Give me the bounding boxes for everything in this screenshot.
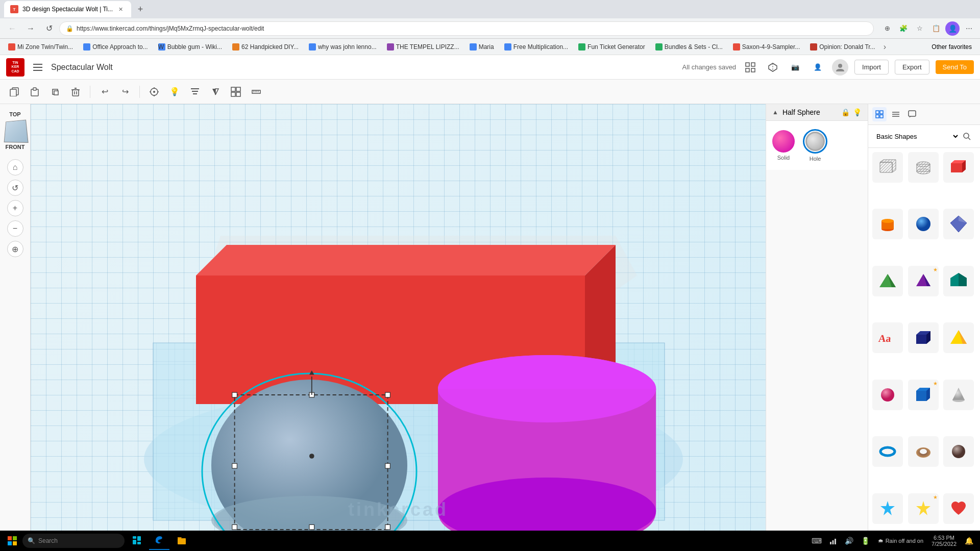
flip-button[interactable]	[207, 84, 224, 100]
shape-item-blue-box-star[interactable]: ★	[908, 380, 939, 410]
collections-icon[interactable]: 📋	[929, 21, 943, 36]
bookmark-bundles[interactable]: Bundles & Sets - Cl...	[651, 42, 727, 52]
taskbar-app-explorer[interactable]	[172, 532, 192, 550]
shape-item-blue-torus[interactable]	[872, 436, 903, 467]
clock[interactable]: 6:53 PM 7/25/2022	[928, 535, 960, 547]
account-icon[interactable]: 👤	[945, 21, 960, 36]
canvas-area[interactable]: tinkercad Edit Grid Snap Grid 1.0 mm ▾	[31, 104, 766, 551]
profile-menu-icon[interactable]: ⊕	[880, 21, 894, 36]
solid-material-circle[interactable]	[772, 130, 795, 153]
bookmark-bubblegum[interactable]: W Bubble gum - Wiki...	[154, 42, 226, 52]
zoom-out-button[interactable]: −	[7, 220, 23, 237]
zoom-in-button[interactable]: +	[7, 200, 23, 216]
ruler-button[interactable]	[248, 84, 264, 100]
shape-item-teal-prism[interactable]	[943, 266, 974, 296]
address-bar[interactable]: 🔒 https://www.tinkercad.com/things/jMq5M…	[59, 21, 874, 36]
settings-icon[interactable]: ⋯	[962, 21, 976, 36]
shape-item-yellow-star[interactable]: ★	[908, 493, 939, 524]
tinkercad-logo[interactable]: TINKERCAD	[6, 58, 24, 77]
undo-button[interactable]: ↩	[96, 84, 113, 100]
shape-item-orange-cylinder[interactable]	[872, 209, 903, 239]
bookmark-lennon[interactable]: why was john lenno...	[305, 42, 381, 52]
taskbar-app-widgets[interactable]	[127, 532, 147, 550]
hole-material-circle[interactable]	[805, 132, 825, 151]
rotate-left-button[interactable]: ↺	[7, 180, 23, 196]
refresh-button[interactable]: ↺	[41, 20, 57, 37]
panel-collapse[interactable]: ▲ Half Sphere 🔒 💡	[766, 104, 868, 121]
bookmark-maria[interactable]: Maria	[465, 42, 498, 52]
active-tab[interactable]: T 3D design Spectacular Wolt | Ti... ✕	[4, 1, 131, 17]
taskbar-app-edge[interactable]	[149, 532, 169, 550]
bookmark-tempel[interactable]: THE TEMPEL LIPIZZ...	[383, 42, 463, 52]
shape-item-yellow-pyramid[interactable]	[943, 322, 974, 353]
hamburger-menu[interactable]	[31, 60, 45, 74]
shape-item-blue-star[interactable]	[872, 493, 903, 524]
shape-item-gray-cone[interactable]	[943, 380, 974, 410]
bookmark-office[interactable]: Office Approach to...	[79, 42, 152, 52]
shapes-category-select[interactable]: Basic Shapes	[874, 132, 960, 141]
shape-item-dark-cube[interactable]	[908, 322, 939, 353]
copy-button[interactable]	[6, 84, 22, 100]
start-button[interactable]	[4, 533, 20, 549]
other-favorites[interactable]: Other favorites	[927, 42, 976, 52]
speaker-icon[interactable]: 🔊	[842, 534, 856, 548]
shape-item-blue-sphere[interactable]	[908, 209, 939, 239]
bookmark-funticket[interactable]: Fun Ticket Generator	[574, 42, 649, 52]
inspect-button[interactable]	[146, 84, 162, 100]
export-button[interactable]: Export	[895, 60, 929, 74]
keyboard-icon[interactable]: ⌨	[810, 534, 824, 548]
shape-item-striped-box[interactable]	[872, 152, 903, 183]
user-avatar[interactable]	[832, 59, 848, 76]
forward-button[interactable]: →	[22, 20, 39, 37]
hole-option[interactable]: Hole	[803, 129, 827, 162]
extensions-icon[interactable]: 🧩	[896, 21, 911, 36]
tab-close-button[interactable]: ✕	[117, 5, 125, 13]
grid-view-btn[interactable]	[872, 107, 887, 121]
bookmarks-overflow[interactable]: ›	[884, 42, 886, 52]
notification-icon[interactable]: 🔔	[962, 534, 976, 548]
favorites-icon[interactable]: ☆	[913, 21, 927, 36]
shape-item-red-box[interactable]	[943, 152, 974, 183]
shape-item-striped-cylinder[interactable]	[908, 152, 939, 183]
light-button[interactable]: 💡	[166, 84, 183, 100]
bookmark-handpicked[interactable]: 62 Handpicked DIY...	[228, 42, 303, 52]
view-cube[interactable]: TOP FRONT	[3, 110, 28, 151]
bookmark-saxon[interactable]: Saxon-4-9-Sampler...	[729, 42, 804, 52]
shape-item-brown-donut[interactable]	[908, 436, 939, 467]
lock-icon[interactable]: 🔒	[841, 108, 850, 116]
user-menu-icon[interactable]: 👤	[810, 59, 826, 76]
redo-button[interactable]: ↪	[117, 84, 133, 100]
battery-icon[interactable]: 🔋	[859, 534, 873, 548]
grid-view-icon[interactable]	[742, 59, 758, 76]
network-icon[interactable]	[826, 534, 840, 548]
home-view-button[interactable]: ⌂	[7, 159, 23, 176]
chat-btn[interactable]	[905, 107, 919, 121]
paste-button[interactable]	[27, 84, 43, 100]
align-button[interactable]	[187, 84, 203, 100]
weather-widget[interactable]: 🌧 Rain off and on	[875, 538, 926, 544]
bookmark-mizone[interactable]: Mi Zone Twin/Twin...	[4, 42, 77, 52]
shape-item-brown-sphere[interactable]	[943, 436, 974, 467]
shape-item-blue-gem[interactable]	[943, 209, 974, 239]
bookmark-multiplication[interactable]: Free Multiplication...	[500, 42, 572, 52]
delete-button[interactable]	[67, 84, 84, 100]
shape-item-red-heart[interactable]	[943, 493, 974, 524]
bookmark-opinion[interactable]: Opinion: Donald Tr...	[806, 42, 879, 52]
shape-item-text[interactable]: Aa	[872, 322, 903, 353]
duplicate-button[interactable]	[47, 84, 63, 100]
shape-item-purple-pyramid[interactable]: ★	[908, 266, 939, 296]
shapes-search-button[interactable]	[960, 129, 974, 143]
visibility-icon[interactable]: 💡	[853, 108, 862, 116]
camera-icon[interactable]: 📷	[787, 59, 803, 76]
solid-option[interactable]: Solid	[772, 130, 795, 161]
sendto-button[interactable]: Send To	[936, 60, 974, 74]
shape-item-pink-sphere[interactable]	[872, 380, 903, 410]
shape-item-green-pyramid[interactable]	[872, 266, 903, 296]
zoom-fit-button[interactable]: ⊕	[7, 241, 23, 257]
new-tab-button[interactable]: +	[133, 2, 148, 16]
taskbar-search[interactable]: 🔍 Search	[22, 534, 125, 548]
import-button[interactable]: Import	[854, 60, 889, 74]
3d-view-icon[interactable]	[765, 59, 781, 76]
list-view-btn[interactable]	[889, 107, 903, 121]
back-button[interactable]: ←	[4, 20, 20, 37]
